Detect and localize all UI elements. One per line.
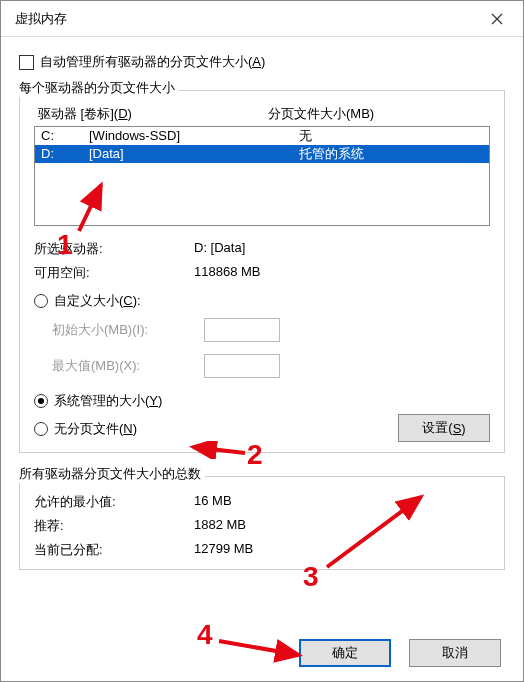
drive-list-header: 驱动器 [卷标](D) 分页文件大小(MB) bbox=[34, 105, 490, 126]
initial-size-input bbox=[204, 318, 280, 342]
radio-no-paging[interactable]: 无分页文件(N) bbox=[34, 420, 398, 438]
ok-button[interactable]: 确定 bbox=[299, 639, 391, 667]
cur-label: 当前已分配: bbox=[34, 541, 194, 559]
arrow-icon bbox=[215, 633, 307, 663]
window-title: 虚拟内存 bbox=[15, 10, 67, 28]
auto-manage-label: 自动管理所有驱动器的分页文件大小(A) bbox=[40, 53, 265, 71]
rec-value: 1882 MB bbox=[194, 517, 246, 535]
totals-group-label: 所有驱动器分页文件大小的总数 bbox=[19, 465, 205, 483]
close-button[interactable] bbox=[475, 3, 519, 35]
titlebar: 虚拟内存 bbox=[1, 1, 523, 37]
max-size-row: 最大值(MB)(X): bbox=[52, 354, 490, 378]
min-label: 允许的最小值: bbox=[34, 493, 194, 511]
radio-custom-size[interactable]: 自定义大小(C): bbox=[34, 292, 490, 310]
selected-drive-label: 所选驱动器: bbox=[34, 240, 194, 258]
min-value: 16 MB bbox=[194, 493, 232, 511]
radio-icon bbox=[34, 294, 48, 308]
svg-line-3 bbox=[219, 641, 299, 655]
radio-system-managed[interactable]: 系统管理的大小(Y) bbox=[34, 392, 398, 410]
table-row[interactable]: C: [Windows-SSD] 无 bbox=[35, 127, 489, 145]
radio-icon bbox=[34, 394, 48, 408]
table-row[interactable]: D: [Data] 托管的系统 bbox=[35, 145, 489, 163]
cancel-button[interactable]: 取消 bbox=[409, 639, 501, 667]
drive-list[interactable]: C: [Windows-SSD] 无 D: [Data] 托管的系统 bbox=[34, 126, 490, 226]
totals-group: 所有驱动器分页文件大小的总数 允许的最小值: 16 MB 推荐: 1882 MB… bbox=[19, 465, 505, 570]
auto-manage-checkbox[interactable] bbox=[19, 55, 34, 70]
initial-size-row: 初始大小(MB)(I): bbox=[52, 318, 490, 342]
max-size-input bbox=[204, 354, 280, 378]
set-button[interactable]: 设置(S) bbox=[398, 414, 490, 442]
per-drive-group: 每个驱动器的分页文件大小 驱动器 [卷标](D) 分页文件大小(MB) C: [… bbox=[19, 79, 505, 453]
selected-drive-value: D: [Data] bbox=[194, 240, 245, 258]
avail-space-label: 可用空间: bbox=[34, 264, 194, 282]
auto-manage-row[interactable]: 自动管理所有驱动器的分页文件大小(A) bbox=[19, 53, 505, 71]
cur-value: 12799 MB bbox=[194, 541, 253, 559]
per-drive-group-label: 每个驱动器的分页文件大小 bbox=[19, 79, 179, 97]
rec-label: 推荐: bbox=[34, 517, 194, 535]
radio-icon bbox=[34, 422, 48, 436]
avail-space-value: 118868 MB bbox=[194, 264, 261, 282]
close-icon bbox=[491, 13, 503, 25]
annotation-4: 4 bbox=[197, 619, 213, 651]
